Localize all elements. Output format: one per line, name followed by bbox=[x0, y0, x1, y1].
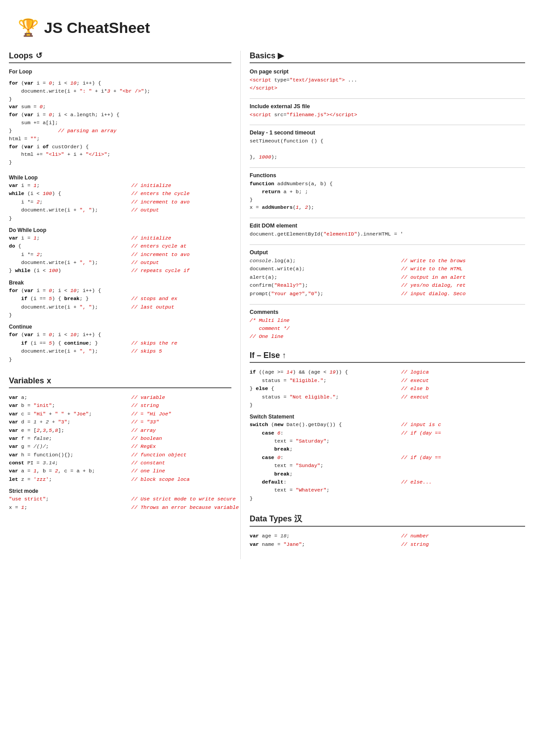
include-external-code: <script src="filename.js"></script> bbox=[250, 111, 525, 119]
on-page-script-item: On page script <script type="text/javasc… bbox=[250, 69, 525, 92]
variables-title: Variables x bbox=[9, 376, 231, 388]
delay-label: Delay - 1 second timeout bbox=[250, 130, 525, 136]
functions-label: Functions bbox=[250, 172, 525, 179]
include-external-item: Include external JS file <script src="fi… bbox=[250, 103, 525, 119]
page-title: JS CheatSheet bbox=[44, 19, 150, 37]
break-label: Break bbox=[9, 280, 231, 286]
loops-icon: ↺ bbox=[36, 51, 42, 61]
on-page-script-label: On page script bbox=[250, 69, 525, 75]
datatypes-code: var age = 18; var name = "Jane"; // numb… bbox=[250, 532, 525, 549]
output-code: console.log(a); document.write(a); alert… bbox=[250, 257, 525, 298]
switch-label: Switch Statement bbox=[250, 414, 525, 420]
strict-mode-code: "use strict"; x = 1; // Use strict mode … bbox=[9, 495, 231, 512]
ifelse-title: If – Else ↑ bbox=[250, 351, 525, 363]
for-loop-label: For Loop bbox=[9, 69, 231, 75]
loops-section: Loops ↺ For Loop for (var i = 0; i < 10;… bbox=[9, 51, 231, 364]
delay-code: setTimeout(function () { }, 1000); bbox=[250, 137, 525, 161]
left-column: Loops ↺ For Loop for (var i = 0; i < 10;… bbox=[9, 51, 240, 559]
output-item: Output console.log(a); document.write(a)… bbox=[250, 249, 525, 298]
right-column: Basics ▶ On page script <script type="te… bbox=[240, 51, 525, 559]
loops-title: Loops ↺ bbox=[9, 51, 231, 63]
datatypes-section: Data Types 汉 var age = 18; var name = "J… bbox=[250, 513, 525, 549]
while-loop-code: var i = 1; while (i < 100) { i *= 2; doc… bbox=[9, 182, 231, 223]
basics-section: Basics ▶ On page script <script type="te… bbox=[250, 51, 525, 340]
ifelse-code: if ((age >= 14) && (age < 19)) { status … bbox=[250, 368, 525, 409]
strict-mode-label: Strict mode bbox=[9, 488, 231, 494]
datatypes-label: Data Types 汉 bbox=[250, 513, 302, 524]
logo-icon: 🏆 bbox=[18, 18, 39, 37]
variables-label: Variables bbox=[9, 376, 44, 386]
continue-label: Continue bbox=[9, 324, 231, 330]
datatypes-title: Data Types 汉 bbox=[250, 513, 525, 527]
include-external-label: Include external JS file bbox=[250, 103, 525, 110]
switch-code: switch (new Date().getDay()) { case 6: t… bbox=[250, 421, 525, 503]
page-header: 🏆 JS CheatSheet bbox=[9, 9, 525, 51]
basics-label: Basics ▶ bbox=[250, 51, 284, 61]
loops-label: Loops bbox=[9, 51, 33, 61]
variables-section: Variables x var a; var b = "init"; var c… bbox=[9, 376, 231, 512]
for-loop-code: for (var i = 0; i < 10; i++) { document.… bbox=[9, 76, 231, 170]
continue-code: for (var i = 0; i < 10; i++) { if (i == … bbox=[9, 331, 231, 364]
ifelse-section: If – Else ↑ if ((age >= 14) && (age < 19… bbox=[250, 351, 525, 503]
functions-code: function addNumbers(a, b) { return a + b… bbox=[250, 180, 525, 211]
basics-title: Basics ▶ bbox=[250, 51, 525, 63]
do-while-code: var i = 1; do { i *= 2; document.write(i… bbox=[9, 234, 231, 275]
functions-item: Functions function addNumbers(a, b) { re… bbox=[250, 172, 525, 211]
ifelse-label: If – Else ↑ bbox=[250, 351, 286, 360]
edit-dom-label: Edit DOM element bbox=[250, 223, 525, 229]
delay-item: Delay - 1 second timeout setTimeout(func… bbox=[250, 130, 525, 161]
variables-code: var a; var b = "init"; var c = "Hi" + " … bbox=[9, 394, 231, 484]
edit-dom-code: document.getElementById("elementID").inn… bbox=[250, 230, 525, 238]
break-code: for (var i = 0; i < 10; i++) { if (i == … bbox=[9, 287, 231, 320]
do-while-label: Do While Loop bbox=[9, 227, 231, 233]
output-label: Output bbox=[250, 249, 525, 256]
edit-dom-item: Edit DOM element document.getElementById… bbox=[250, 223, 525, 238]
variables-icon: x bbox=[47, 376, 51, 386]
comments-label: Comments bbox=[250, 309, 525, 315]
comments-code: /* Multi line comment */ // One line bbox=[250, 317, 525, 340]
comments-item: Comments /* Multi line comment */ // One… bbox=[250, 309, 525, 340]
while-loop-label: While Loop bbox=[9, 175, 231, 181]
on-page-script-code: <script type="text/javascript"> ... </sc… bbox=[250, 76, 525, 92]
